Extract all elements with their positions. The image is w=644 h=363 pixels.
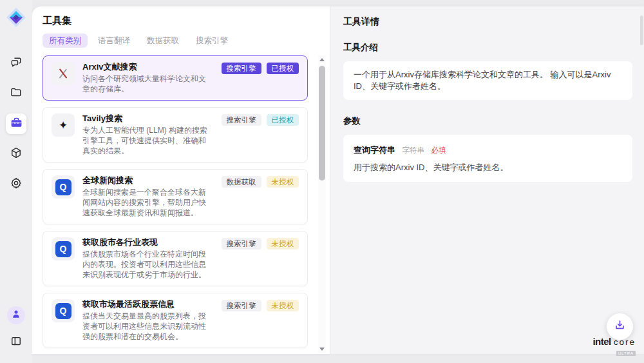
sidebar-item-plugins[interactable] [6,144,26,164]
tool-body: Arxiv文献搜索 访问各个研究领域大量科学论文和文章的存储库。 [82,62,214,94]
tool-detail-panel: 工具详情 工具介绍 一个用于从Arxiv存储库搜索科学论文和文章的工具。 输入可… [330,6,644,354]
tool-category-badge: 数据获取 [222,176,261,188]
tool-category-badge: 搜索引擎 [222,238,261,250]
tool-title: Tavily搜索 [82,113,214,124]
detail-scrollbar-thumb[interactable] [640,15,643,45]
tool-title: 全球新闻搜索 [82,175,214,186]
param-required-badge: 必填 [431,146,446,154]
user-avatar-icon [10,308,22,322]
quark-q-icon: Q [55,241,71,257]
brand-ultra-badge: ULTRA [616,351,636,356]
quark-q-icon: Q [55,303,71,319]
intro-card: 一个用于从Arxiv存储库搜索科学论文和文章的工具。 输入可以是Arxiv ID… [343,61,632,100]
panel-collapse-icon [10,335,23,350]
category-tab[interactable]: 搜索引擎 [189,34,234,48]
main-card: 工具集 所有类别 语言翻译 数据获取 搜索引擎 Arxiv文献搜索 访问各个研究… [32,6,644,354]
tool-badges: 搜索引擎 未授权 [222,238,299,250]
sidebar-item-chat[interactable] [6,53,26,74]
chat-icon [10,55,23,71]
page-title: 工具集 [43,15,330,26]
tool-card[interactable]: Q 获取市场最活跃股票信息 提供当天交易量最高的股票列表，投资者可以利用这些信息… [43,293,308,348]
scrollbar-thumb[interactable] [319,66,325,181]
param-header: 查询字符串 字符串 必填 [354,144,622,156]
arxiv-x-icon [56,66,70,81]
tool-badges: 搜索引擎 未授权 [222,300,299,311]
package-icon [10,146,23,162]
toolbox-icon [10,116,23,132]
tool-card[interactable]: ✦ Tavily搜索 专为人工智能代理 (LLM) 构建的搜索引擎工具，可快速提… [43,107,308,162]
tool-title: 获取股市各行业表现 [82,237,214,248]
tool-auth-badge: 已授权 [267,63,299,74]
scroll-up-arrow[interactable] [318,55,326,63]
left-rail [0,0,32,363]
tool-title: Arxiv文献搜索 [82,62,214,72]
tool-icon-tile: Q [52,299,75,322]
param-name: 查询字符串 [354,145,395,155]
tool-auth-badge: 已授权 [267,114,299,126]
rail-bottom [0,306,32,353]
tool-card[interactable]: Arxiv文献搜索 访问各个研究领域大量科学论文和文章的存储库。 搜索引擎 已授… [43,55,308,101]
sidebar-item-tools[interactable] [6,113,26,134]
tool-body: Tavily搜索 专为人工智能代理 (LLM) 构建的搜索引擎工具，可快速提供实… [82,113,214,156]
category-tab[interactable]: 数据获取 [140,34,185,48]
sidebar-item-files[interactable] [6,83,26,104]
tool-auth-badge: 未授权 [267,238,299,250]
tool-list-panel: 工具集 所有类别 语言翻译 数据获取 搜索引擎 Arxiv文献搜索 访问各个研究… [32,6,330,354]
tool-description: 专为人工智能代理 (LLM) 构建的搜索引擎工具，可快速提供实时、准确和真实的结… [82,125,214,156]
intel-core-logo: intel core ULTRA [592,337,636,357]
tool-badges: 搜索引擎 已授权 [222,114,299,126]
gear-icon [10,177,23,192]
tool-list: Arxiv文献搜索 访问各个研究领域大量科学论文和文章的存储库。 搜索引擎 已授… [43,55,308,354]
rail-nav [0,53,32,195]
intro-text: 一个用于从Arxiv存储库搜索科学论文和文章的工具。 输入可以是Arxiv ID… [354,70,611,91]
tool-card[interactable]: Q 获取股市各行业表现 提供股票市场各个行业在特定时间段内的表现。投资者可以利用… [43,231,308,286]
detail-title: 工具详情 [343,16,632,28]
user-avatar[interactable] [7,306,25,324]
category-tabs: 所有类别 语言翻译 数据获取 搜索引擎 [43,34,330,48]
tool-description: 提供股票市场各个行业在特定时间段内的表现。投资者可以利用这些信息来识别表现优于或… [82,249,214,280]
quark-q-icon: Q [55,179,71,195]
sidebar-item-collapse[interactable] [6,332,26,353]
tool-body: 获取市场最活跃股票信息 提供当天交易量最高的股票列表，投资者可以利用这些信息来识… [82,299,214,342]
tool-icon-tile: Q [52,175,75,199]
params-heading: 参数 [343,115,632,127]
param-description: 用于搜索的Arxiv ID、关键字或作者姓名。 [354,162,622,173]
brand-core-text: core [614,338,636,347]
list-scrollbar[interactable] [318,55,326,354]
tool-description: 提供当天交易量最高的股票列表，投资者可以利用这些信息来识别流动性强的股票和潜在的… [82,311,214,342]
diamond-logo-icon [5,6,27,28]
tool-badges: 搜索引擎 已授权 [222,63,299,74]
sparkle-icon: ✦ [59,120,68,131]
tool-description: 全球新闻搜索是一个聚合全球各大新闻网站内容的搜索引擎，帮助用户快速获取全球最新资… [82,187,214,218]
tool-icon-tile [52,62,75,85]
param-card: 查询字符串 字符串 必填 用于搜索的Arxiv ID、关键字或作者姓名。 [343,135,632,182]
sidebar-item-settings[interactable] [6,174,26,195]
tool-title: 获取市场最活跃股票信息 [82,299,214,309]
tool-icon-tile: Q [52,237,75,260]
tool-badges: 数据获取 未授权 [222,176,299,188]
tool-icon-tile: ✦ [52,113,75,137]
tool-description: 访问各个研究领域大量科学论文和文章的存储库。 [82,74,214,94]
scroll-down-arrow[interactable] [318,345,326,353]
tool-card[interactable]: Q 全球新闻搜索 全球新闻搜索是一个聚合全球各大新闻网站内容的搜索引擎，帮助用户… [43,169,308,224]
category-tab[interactable]: 语言翻译 [91,34,137,48]
param-type: 字符串 [402,146,424,154]
tool-auth-badge: 未授权 [267,300,299,311]
category-tab[interactable]: 所有类别 [43,34,88,48]
tool-auth-badge: 未授权 [267,176,299,188]
tool-category-badge: 搜索引擎 [222,114,261,126]
brand-intel-text: intel [592,337,611,346]
tool-category-badge: 搜索引擎 [222,63,261,74]
tool-body: 全球新闻搜索 全球新闻搜索是一个聚合全球各大新闻网站内容的搜索引擎，帮助用户快速… [82,175,214,218]
intro-heading: 工具介绍 [343,42,632,54]
tool-category-badge: 搜索引擎 [222,300,261,311]
download-icon [613,319,627,335]
tool-body: 获取股市各行业表现 提供股票市场各个行业在特定时间段内的表现。投资者可以利用这些… [82,237,214,280]
folder-icon [10,86,23,101]
